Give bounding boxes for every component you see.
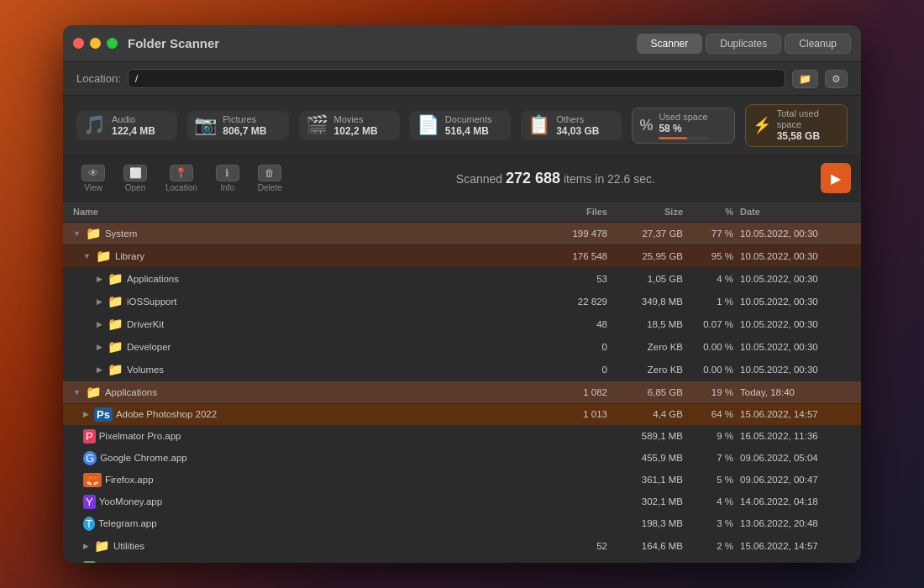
stats-bar: 🎵 Audio 122,4 MB 📷 Pictures 806,7 MB 🎬 M…	[63, 96, 861, 156]
total-space-value: 35,58 GB	[777, 130, 840, 142]
file-name: Firefox.app	[105, 475, 154, 485]
file-name: Google Chrome.app	[100, 453, 187, 463]
row-percent: 7 %	[686, 452, 737, 464]
file-name: iOSSupport	[127, 297, 176, 307]
file-table: Name Files Size % Date ▼ 📁 System 199 47…	[63, 202, 861, 563]
row-name-volumes: ▶ 📁 Volumes	[70, 361, 535, 378]
table-row[interactable]: ▼ 📁 System 199 478 27,37 GB 77 % 10.05.2…	[63, 223, 861, 245]
scan-suffix: items in 22.6 sec.	[564, 172, 655, 186]
minimize-button[interactable]	[90, 38, 101, 49]
movies-label: Movies	[334, 114, 378, 125]
folder-icon: 📁	[108, 339, 123, 354]
table-row[interactable]: 🦊 Firefox.app 361,1 MB 5 % 09.06.2022, 0…	[63, 470, 861, 491]
location-input[interactable]	[128, 69, 785, 88]
file-name: DriverKit	[127, 319, 164, 329]
row-size: 349,8 MB	[611, 296, 686, 307]
file-name: Telegram.app	[98, 518, 157, 528]
view-icon: 👁	[81, 165, 105, 181]
table-header: Name Files Size % Date	[63, 202, 861, 223]
col-date: Date	[737, 205, 854, 218]
table-row[interactable]: A App Cleaner 7.app 78,8 MB 1 % 27.04.20…	[63, 558, 861, 563]
expand-icon: ▶	[97, 365, 102, 374]
scanner-button[interactable]: Scanner	[637, 34, 703, 54]
table-row[interactable]: ▶ 📁 Volumes 0 Zero KB 0.00 % 10.05.2022,…	[63, 359, 861, 381]
row-files: 48	[535, 318, 611, 330]
table-row[interactable]: ▶ 📁 Utilities 52 164,6 MB 2 % 15.06.2022…	[63, 535, 861, 558]
row-date: 14.06.2022, 04:18	[737, 496, 854, 507]
file-name: Developer	[127, 342, 171, 352]
row-date: 27.04.2022, 15:00	[737, 562, 854, 563]
table-row[interactable]: ▶ 📁 Developer 0 Zero KB 0.00 % 10.05.202…	[63, 336, 861, 359]
row-name-photoshop: ▶ Ps Adobe Photoshop 2022	[70, 407, 535, 423]
table-row[interactable]: T Telegram.app 198,3 MB 3 % 13.06.2022, …	[63, 513, 861, 535]
total-space-label: Total used space	[777, 108, 840, 130]
row-size: 361,1 MB	[611, 474, 686, 486]
scan-count: 272 688	[506, 170, 560, 186]
cleanup-button[interactable]: Cleanup	[785, 34, 851, 54]
used-space-label: Used space	[659, 112, 707, 123]
folder-icon: 📁	[108, 362, 123, 377]
table-row[interactable]: ▶ 📁 Applications 53 1,05 GB 4 % 10.05.20…	[63, 268, 861, 291]
table-row[interactable]: ▶ Ps Adobe Photoshop 2022 1 013 4,4 GB 6…	[63, 404, 861, 426]
table-row[interactable]: ▼ 📁 Applications 1 082 6,85 GB 19 % Toda…	[63, 381, 861, 404]
ac-icon: A	[83, 561, 96, 563]
view-button[interactable]: 👁 View	[73, 161, 113, 196]
row-files	[535, 457, 611, 459]
location-label: Location	[165, 183, 197, 192]
file-name: Volumes	[127, 365, 164, 375]
table-row[interactable]: ▼ 📁 Library 176 548 25,95 GB 95 % 10.05.…	[63, 245, 861, 268]
row-date: 10.05.2022, 00:30	[737, 364, 854, 375]
browse-button[interactable]: 📁	[792, 70, 818, 88]
row-percent: 1 %	[686, 296, 737, 307]
pictures-value: 806,7 MB	[223, 125, 266, 137]
close-button[interactable]	[73, 38, 84, 49]
play-button[interactable]: ▶	[821, 163, 851, 193]
row-name-appcleaner: A App Cleaner 7.app	[70, 560, 535, 563]
folder-icon: 📁	[108, 271, 123, 286]
row-size: 455,9 MB	[611, 452, 686, 464]
row-files: 0	[535, 341, 611, 353]
expand-icon: ▶	[97, 343, 102, 351]
row-name-utilities: ▶ 📁 Utilities	[70, 538, 535, 554]
settings-button[interactable]: ⚙	[825, 70, 848, 88]
row-size: 302,1 MB	[611, 496, 686, 507]
row-name-system: ▼ 📁 System	[70, 225, 535, 242]
stat-pictures: 📷 Pictures 806,7 MB	[187, 111, 288, 141]
table-row[interactable]: ▶ 📁 iOSSupport 22 829 349,8 MB 1 % 10.05…	[63, 291, 861, 313]
audio-label: Audio	[112, 114, 155, 125]
row-size: 25,95 GB	[611, 250, 686, 262]
row-percent: 77 %	[686, 228, 737, 239]
folder-icon: 📁	[108, 294, 123, 309]
table-row[interactable]: Y YooMoney.app 302,1 MB 4 % 14.06.2022, …	[63, 491, 861, 513]
row-size: 27,37 GB	[611, 228, 686, 239]
documents-label: Documents	[445, 114, 492, 125]
row-size: Zero KB	[611, 341, 686, 353]
row-date: 09.06.2022, 05:04	[737, 452, 854, 464]
location-bar: Location: 📁 ⚙	[63, 62, 861, 96]
table-row[interactable]: G Google Chrome.app 455,9 MB 7 % 09.06.2…	[63, 448, 861, 470]
duplicates-button[interactable]: Duplicates	[706, 34, 781, 54]
info-button[interactable]: ℹ Info	[207, 161, 248, 196]
col-files: Files	[535, 205, 611, 218]
titlebar: Folder Scanner Scanner Duplicates Cleanu…	[63, 25, 861, 62]
row-files	[535, 501, 611, 502]
row-size: 198,3 MB	[611, 517, 686, 529]
expand-icon: ▶	[97, 297, 102, 306]
stat-total-space: ⚡ Total used space 35,58 GB	[745, 104, 848, 147]
location-button[interactable]: 📍 Location	[157, 161, 206, 196]
col-size: Size	[611, 205, 686, 218]
table-row[interactable]: P Pixelmator Pro.app 589,1 MB 9 % 16.05.…	[63, 426, 861, 448]
documents-value: 516,4 MB	[445, 125, 492, 137]
folder-icon: 📁	[108, 317, 123, 332]
table-row[interactable]: ▶ 📁 DriverKit 48 18,5 MB 0.07 % 10.05.20…	[63, 313, 861, 336]
maximize-button[interactable]	[107, 38, 118, 49]
open-button[interactable]: ⬜ Open	[115, 161, 155, 196]
row-percent: 0.00 %	[686, 341, 737, 353]
row-date: 15.06.2022, 14:57	[737, 408, 854, 420]
delete-button[interactable]: 🗑 Delete	[249, 161, 291, 196]
total-space-icon: ⚡	[753, 116, 771, 134]
stat-movies: 🎬 Movies 102,2 MB	[299, 111, 400, 141]
row-percent: 5 %	[686, 474, 737, 486]
row-date: 15.06.2022, 14:57	[737, 540, 854, 552]
stat-audio: 🎵 Audio 122,4 MB	[76, 111, 177, 141]
